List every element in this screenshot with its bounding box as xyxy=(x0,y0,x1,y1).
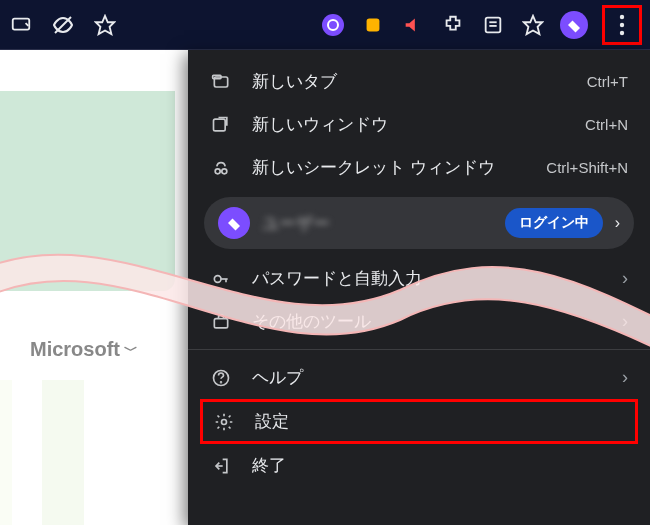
extension-megaphone-icon[interactable] xyxy=(400,12,426,38)
chevron-right-icon: › xyxy=(622,367,628,388)
menu-item-passwords[interactable]: パスワードと自動入力 › xyxy=(188,257,650,300)
menu-item-settings[interactable]: 設定 xyxy=(203,402,635,441)
menu-item-new-window[interactable]: 新しいウィンドウ Ctrl+N xyxy=(188,103,650,146)
settings-highlight: 設定 xyxy=(200,399,638,444)
menu-shortcut: Ctrl+Shift+N xyxy=(546,159,628,176)
menu-divider xyxy=(188,349,650,350)
extensions-icon[interactable] xyxy=(440,12,466,38)
profile-avatar-toolbar[interactable] xyxy=(560,11,588,39)
menu-label: 新しいウィンドウ xyxy=(252,113,565,136)
reading-list-icon[interactable] xyxy=(480,12,506,38)
menu-label: 設定 xyxy=(255,410,625,433)
new-window-icon xyxy=(210,114,232,136)
svg-rect-22 xyxy=(214,318,227,327)
svg-point-19 xyxy=(214,275,221,282)
chevron-right-icon: › xyxy=(622,311,628,332)
menu-label: 終了 xyxy=(252,454,628,477)
kebab-menu-highlight xyxy=(602,5,642,45)
menu-label: 新しいタブ xyxy=(252,70,567,93)
page-lower-block xyxy=(0,380,185,525)
menu-label: その他のツール xyxy=(252,310,602,333)
svg-point-16 xyxy=(215,168,220,173)
svg-point-3 xyxy=(322,14,344,36)
kebab-menu-button[interactable] xyxy=(609,12,635,38)
menu-item-new-incognito[interactable]: 新しいシークレット ウィンドウ Ctrl+Shift+N xyxy=(188,146,650,189)
svg-rect-15 xyxy=(214,119,226,131)
svg-marker-2 xyxy=(96,15,114,33)
briefcase-icon xyxy=(210,311,232,333)
menu-label: 新しいシークレット ウィンドウ xyxy=(252,156,526,179)
menu-label: パスワードと自動入力 xyxy=(252,267,602,290)
menu-item-more-tools[interactable]: その他のツール › xyxy=(188,300,650,343)
menu-label: ヘルプ xyxy=(252,366,602,389)
svg-point-24 xyxy=(221,381,222,382)
menu-item-new-tab[interactable]: 新しいタブ Ctrl+T xyxy=(188,60,650,103)
key-icon xyxy=(210,268,232,290)
chevron-right-icon: › xyxy=(622,268,628,289)
cast-icon[interactable] xyxy=(8,12,34,38)
new-tab-icon xyxy=(210,71,232,93)
chrome-main-menu: 新しいタブ Ctrl+T 新しいウィンドウ Ctrl+N 新しいシークレット ウ… xyxy=(188,50,650,525)
menu-item-exit[interactable]: 終了 xyxy=(188,444,650,487)
star-icon[interactable] xyxy=(92,12,118,38)
visibility-off-icon[interactable] xyxy=(50,12,76,38)
login-status-badge: ログイン中 xyxy=(505,208,603,238)
chevron-right-icon: › xyxy=(615,214,620,232)
menu-shortcut: Ctrl+N xyxy=(585,116,628,133)
menu-item-help[interactable]: ヘルプ › xyxy=(188,356,650,399)
extension-lightbulb-icon[interactable] xyxy=(360,12,386,38)
menu-shortcut: Ctrl+T xyxy=(587,73,628,90)
svg-point-17 xyxy=(222,168,227,173)
svg-point-10 xyxy=(620,14,624,18)
profile-avatar-icon xyxy=(218,207,250,239)
incognito-icon xyxy=(210,157,232,179)
page-sidebar-block xyxy=(0,91,175,291)
browser-toolbar xyxy=(0,0,650,50)
profile-name: ユーザー xyxy=(262,212,493,235)
svg-rect-5 xyxy=(367,18,380,31)
extension-circle-icon[interactable] xyxy=(320,12,346,38)
menu-profile-row[interactable]: ユーザー ログイン中 › xyxy=(204,197,634,249)
svg-point-25 xyxy=(222,419,227,424)
help-icon xyxy=(210,367,232,389)
bookmark-star-icon[interactable] xyxy=(520,12,546,38)
microsoft-label: Microsoft ﹀ xyxy=(30,338,138,361)
exit-icon xyxy=(210,455,232,477)
svg-point-12 xyxy=(620,30,624,34)
svg-marker-9 xyxy=(524,15,542,33)
gear-icon xyxy=(213,411,235,433)
svg-point-11 xyxy=(620,22,624,26)
